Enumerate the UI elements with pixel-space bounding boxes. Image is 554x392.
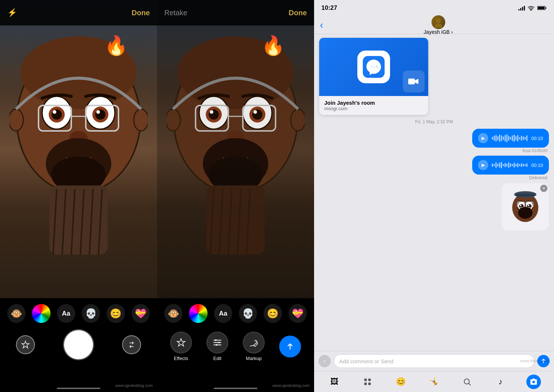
voice-message-1-container: ▶ (472, 129, 549, 153)
svg-rect-64 (524, 6, 525, 11)
play-button-1[interactable]: ▶ (478, 133, 488, 143)
filter-sticker2-2[interactable]: 😊 (264, 304, 282, 323)
effects-label: Effects (174, 356, 188, 361)
svg-point-79 (528, 204, 530, 206)
contact-header: Jayesh iGB › (328, 15, 548, 35)
delivered-status: Delivered (529, 175, 549, 180)
effects-btn[interactable] (170, 332, 192, 353)
svg-rect-62 (520, 8, 521, 11)
toolbar-animoji[interactable]: 🤸 (427, 375, 441, 389)
svg-point-20 (134, 109, 148, 131)
svg-rect-61 (518, 9, 519, 11)
toolbar-music[interactable]: ♪ (493, 375, 508, 389)
sticker-container: ✕ (502, 183, 549, 231)
svg-point-19 (9, 109, 23, 131)
top-bar-1: ⚡ Done (0, 0, 157, 25)
markup-btn[interactable] (243, 332, 265, 353)
panel2-camera-actions: 🔥 Retake Done 🐵 Aa 💀 😊 💝 Effe (157, 0, 314, 392)
filter-animoji-2[interactable]: 🐵 (164, 304, 182, 323)
voice-meta-1: Kept 01/05/20 (522, 148, 549, 153)
effects-button-1[interactable] (16, 335, 35, 354)
contact-avatar[interactable] (431, 15, 445, 29)
input-placeholder: Add comment or Send (339, 358, 393, 364)
svg-point-37 (210, 110, 213, 114)
sticker-close-btn[interactable]: ✕ (540, 185, 547, 192)
toolbar-apps[interactable] (360, 375, 375, 389)
toolbar-emoji[interactable]: 😊 (394, 375, 408, 389)
status-bar: 10:27 (314, 0, 554, 16)
done-button-2[interactable]: Done (289, 9, 307, 17)
svg-point-38 (253, 110, 257, 114)
play-button-2[interactable]: ▶ (478, 160, 488, 170)
filter-animoji-1[interactable]: 🐵 (7, 304, 25, 323)
svg-rect-72 (408, 79, 415, 84)
link-preview-title: Join Jayesh's room (324, 100, 423, 106)
back-button[interactable]: ‹ (320, 19, 323, 31)
retake-button[interactable]: Retake (164, 9, 187, 17)
svg-rect-49 (206, 185, 265, 255)
svg-rect-85 (364, 379, 367, 381)
svg-point-65 (531, 10, 532, 11)
svg-point-60 (216, 344, 217, 345)
wifi-icon (528, 5, 534, 11)
filter-sticker1-1[interactable]: 💀 (82, 304, 100, 323)
voice-message-1[interactable]: ▶ (472, 129, 549, 148)
flip-camera-1[interactable] (122, 335, 141, 354)
svg-rect-67 (546, 7, 546, 9)
toolbar-search[interactable] (460, 375, 474, 389)
done-button-1[interactable]: Done (132, 9, 150, 17)
flame-emoji-2: 🔥 (261, 35, 285, 57)
date-separator: Fri, 1 May, 2:32 PM (319, 118, 549, 126)
edit-wrap[interactable]: Edit (206, 332, 228, 361)
markup-wrap[interactable]: Markup (243, 332, 265, 361)
link-preview-image (319, 38, 428, 96)
filter-text-1[interactable]: Aa (57, 304, 75, 323)
svg-point-78 (520, 204, 522, 206)
filter-sticker3-2[interactable]: 💝 (289, 304, 307, 323)
signal-icon (518, 5, 525, 11)
home-indicator-1 (57, 388, 100, 389)
camera-view-2: 🔥 (157, 0, 314, 298)
watermark-1: www.igeeksblog.com (115, 383, 153, 388)
link-preview-card[interactable]: Join Jayesh's room msngr.com (319, 38, 428, 115)
filter-sticker2-1[interactable]: 😊 (107, 304, 125, 323)
panel3-imessage: 10:27 ‹ (314, 0, 554, 392)
watermark-2: www.igeeksblog.com (272, 383, 310, 388)
waveform-1 (492, 134, 527, 143)
filter-color-1[interactable] (32, 304, 50, 323)
video-badge (403, 71, 425, 92)
bottom-controls-1: 🐵 Aa 💀 😊 💝 (0, 298, 157, 392)
bottom-controls-2: 🐵 Aa 💀 😊 💝 Effects (157, 298, 314, 392)
svg-line-90 (469, 383, 471, 385)
expand-button[interactable]: › (318, 355, 331, 367)
filter-sticker3-1[interactable]: 💝 (132, 304, 150, 323)
filter-text-2[interactable]: Aa (214, 304, 232, 323)
toolbar-camera[interactable] (526, 375, 541, 389)
battery-icon (537, 5, 547, 11)
effects-wrap[interactable]: Effects (170, 332, 192, 361)
svg-point-69 (436, 18, 441, 23)
filter-sticker1-2[interactable]: 💀 (239, 304, 257, 323)
voice-message-2[interactable]: ▶ (472, 156, 549, 175)
voice-message-2-container: ▶ (472, 156, 549, 180)
messages-area[interactable]: Join Jayesh's room msngr.com Fri, 1 May,… (314, 34, 554, 351)
animoji-sticker[interactable]: ✕ (502, 183, 549, 231)
messenger-icon (357, 51, 390, 83)
link-preview-text: Join Jayesh's room msngr.com (319, 96, 428, 115)
svg-point-10 (96, 110, 100, 114)
status-icons (518, 5, 547, 11)
message-input[interactable]: Add comment or Send (334, 354, 534, 368)
voice-duration-1: 00:10 (531, 136, 543, 141)
filter-row-1: 🐵 Aa 💀 😊 💝 (0, 298, 157, 327)
flash-icon[interactable]: ⚡ (7, 8, 17, 17)
svg-point-9 (53, 110, 56, 114)
flame-emoji-1: 🔥 (104, 35, 128, 57)
shutter-row-1 (0, 327, 157, 363)
shutter-button-1[interactable] (64, 330, 93, 359)
nav-bar: ‹ Jayesh iGB › (314, 16, 554, 34)
edit-btn[interactable] (206, 332, 228, 353)
toolbar-photos[interactable]: 🖼 (327, 375, 342, 389)
watermark-3: www.deueg.com (520, 359, 550, 363)
send-button-2[interactable] (279, 336, 301, 357)
filter-color-2[interactable] (189, 304, 207, 323)
